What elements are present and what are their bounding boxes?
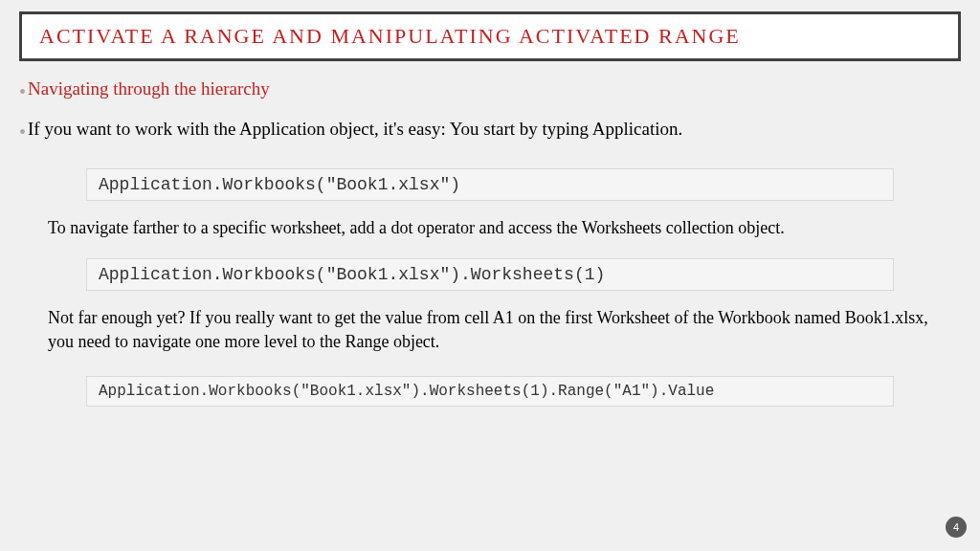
page-number-badge: 4 (946, 517, 967, 538)
paragraph-2: Not far enough yet? If you really want t… (48, 306, 932, 353)
code-block-1: Application.Workbooks("Book1.xlsx") (86, 168, 894, 201)
slide-content: • Navigating through the hierarchy • If … (0, 78, 980, 407)
bullet-icon: • (19, 122, 26, 142)
code-block-3: Application.Workbooks("Book1.xlsx").Work… (86, 376, 894, 407)
paragraph-1: To navigate farther to a specific worksh… (48, 216, 932, 239)
bullet-icon: • (19, 82, 26, 101)
slide-title: ACTIVATE A RANGE AND MANIPULATING ACTIVA… (39, 24, 941, 49)
code-block-2: Application.Workbooks("Book1.xlsx").Work… (86, 258, 894, 291)
body-text: If you want to work with the Application… (28, 119, 682, 140)
bullet-line-1: • Navigating through the hierarchy (19, 78, 961, 101)
bullet-line-2: • If you want to work with the Applicati… (19, 119, 961, 142)
subheading: Navigating through the hierarchy (28, 78, 270, 99)
slide-title-box: ACTIVATE A RANGE AND MANIPULATING ACTIVA… (19, 11, 961, 61)
